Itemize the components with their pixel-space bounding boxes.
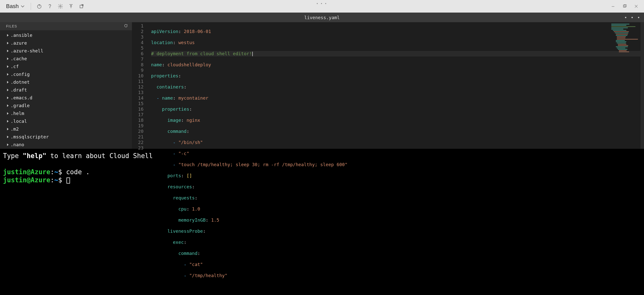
code-pane[interactable]: 1234567891011121314151617181920212223 ap… xyxy=(132,22,644,149)
caret-right-icon xyxy=(7,34,9,37)
line-number: 14 xyxy=(132,95,144,101)
svg-point-2 xyxy=(50,7,50,8)
caret-right-icon xyxy=(7,81,9,83)
line-number: 10 xyxy=(132,73,144,79)
file-item-label: .azure-shell xyxy=(11,47,43,54)
scrollbar[interactable] xyxy=(640,22,644,149)
power-icon xyxy=(37,4,42,9)
file-item-label: .dotnet xyxy=(11,79,30,85)
file-item[interactable]: .cache xyxy=(0,55,132,63)
file-item[interactable]: .helm xyxy=(0,109,132,117)
file-item[interactable]: .ansible xyxy=(0,31,132,39)
line-number: 7 xyxy=(132,56,144,62)
file-item[interactable]: .cf xyxy=(0,63,132,70)
window-grip-dots: • • • xyxy=(317,2,327,6)
file-item[interactable]: .config xyxy=(0,70,132,78)
file-item-label: .draft xyxy=(11,86,27,93)
file-item[interactable]: .draft xyxy=(0,86,132,94)
caret-right-icon xyxy=(7,65,9,68)
file-item[interactable]: .emacs.d xyxy=(0,94,132,102)
file-item-label: .gradle xyxy=(11,102,30,109)
minimize-icon xyxy=(611,4,615,9)
help-icon xyxy=(47,4,53,9)
line-number: 11 xyxy=(132,79,144,84)
file-item-label: .azure xyxy=(11,40,27,46)
file-item-label: .m2 xyxy=(11,126,19,132)
editor: liveness.yaml • • • FILES .ansible.azure… xyxy=(0,13,644,149)
file-item-label: .local xyxy=(11,118,27,125)
file-item-label: .ansible xyxy=(11,32,32,39)
code-content[interactable]: apiVersion: 2018-06-01 location: westus … xyxy=(148,22,644,149)
new-session-button[interactable] xyxy=(77,2,86,11)
file-item-label: .nano xyxy=(11,141,24,148)
caret-right-icon xyxy=(7,89,9,91)
line-number: 15 xyxy=(132,101,144,106)
editor-more-button[interactable]: • • • xyxy=(624,15,640,20)
line-number: 13 xyxy=(132,90,144,95)
line-number: 19 xyxy=(132,123,144,129)
file-item[interactable]: .azure-shell xyxy=(0,47,132,55)
explorer-title: FILES xyxy=(6,24,17,28)
line-number: 1 xyxy=(132,23,144,29)
file-item[interactable]: .mssqlscripter xyxy=(0,133,132,141)
line-number: 9 xyxy=(132,68,144,73)
file-item-label: .config xyxy=(11,71,30,78)
line-number: 16 xyxy=(132,106,144,112)
refresh-icon xyxy=(124,24,128,28)
gear-icon xyxy=(58,4,63,9)
close-button[interactable] xyxy=(632,2,640,11)
caret-right-icon xyxy=(7,143,9,146)
upload-button[interactable] xyxy=(66,2,76,11)
file-item[interactable]: .azure xyxy=(0,39,132,47)
chevron-down-icon xyxy=(21,4,25,8)
line-number: 6 xyxy=(132,51,144,56)
settings-button[interactable] xyxy=(56,2,65,11)
editor-filename: liveness.yaml xyxy=(304,15,340,20)
svg-point-3 xyxy=(60,6,61,7)
line-number: 17 xyxy=(132,112,144,117)
line-number: 21 xyxy=(132,134,144,140)
caret-right-icon xyxy=(7,112,9,115)
caret-right-icon xyxy=(7,73,9,76)
maximize-icon xyxy=(622,4,627,9)
upload-icon xyxy=(68,4,74,9)
file-item[interactable]: .local xyxy=(0,117,132,125)
file-item[interactable]: .nano xyxy=(0,141,132,149)
file-item-label: .cache xyxy=(11,55,27,62)
line-number: 2 xyxy=(132,29,144,34)
divider xyxy=(31,3,31,10)
caret-right-icon xyxy=(7,50,9,52)
line-number: 4 xyxy=(132,40,144,45)
line-number: 20 xyxy=(132,129,144,134)
refresh-button[interactable] xyxy=(124,24,128,28)
line-number: 5 xyxy=(132,45,144,51)
minimize-button[interactable] xyxy=(609,2,617,11)
help-button[interactable] xyxy=(45,2,55,11)
shell-selector-label: Bash xyxy=(6,3,19,10)
file-item-label: .emacs.d xyxy=(11,94,32,101)
file-list: .ansible.azure.azure-shell.cache.cf.conf… xyxy=(0,30,132,149)
line-number: 8 xyxy=(132,62,144,68)
shell-selector[interactable]: Bash xyxy=(4,2,27,11)
caret-right-icon xyxy=(7,42,9,44)
line-number-gutter: 1234567891011121314151617181920212223 xyxy=(132,22,148,149)
maximize-button[interactable] xyxy=(620,2,629,11)
line-number: 3 xyxy=(132,34,144,40)
restart-button[interactable] xyxy=(34,2,44,11)
file-item[interactable]: .m2 xyxy=(0,125,132,133)
caret-right-icon xyxy=(7,97,9,99)
cloud-shell-toolbar: Bash • • • xyxy=(0,0,644,13)
line-number: 22 xyxy=(132,140,144,145)
line-number: 12 xyxy=(132,84,144,90)
text-cursor xyxy=(252,52,253,56)
line-number: 18 xyxy=(132,117,144,123)
caret-right-icon xyxy=(7,104,9,107)
open-new-icon xyxy=(79,4,84,9)
file-explorer: FILES .ansible.azure.azure-shell.cache.c… xyxy=(0,22,132,149)
line-number: 23 xyxy=(132,145,144,151)
caret-right-icon xyxy=(7,120,9,123)
file-item[interactable]: .dotnet xyxy=(0,78,132,86)
caret-right-icon xyxy=(7,136,9,138)
file-item-label: .mssqlscripter xyxy=(11,133,49,140)
file-item[interactable]: .gradle xyxy=(0,102,132,109)
